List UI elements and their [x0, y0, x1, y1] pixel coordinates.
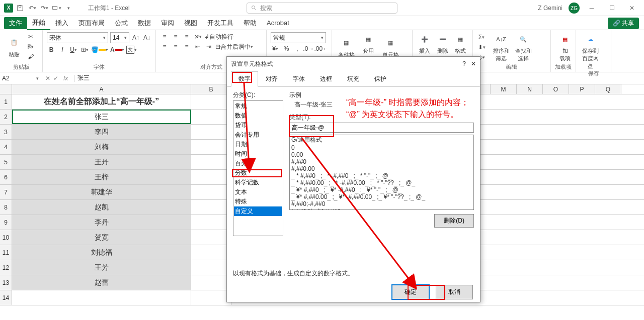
undo-icon[interactable]: ↶▾ [27, 3, 37, 13]
name-cell-7[interactable]: 韩建华 [12, 185, 191, 199]
type-item-4[interactable]: #,##0.00 [290, 165, 473, 172]
category-item-7[interactable]: 分数 [234, 168, 282, 178]
row-header-2[interactable]: 2 [0, 110, 12, 124]
user-avatar[interactable]: ZG [569, 3, 580, 14]
name-cell-10[interactable]: 贺宽 [12, 230, 191, 245]
shrink-font-icon[interactable]: A↓ [142, 33, 151, 42]
col-header-B[interactable]: B [191, 84, 231, 94]
tab-help[interactable]: 帮助 [238, 17, 262, 30]
type-item-8[interactable]: _ ¥* #,##0.00_ ;_ ¥* -#,##0.00_ ;_ ¥* "-… [290, 193, 473, 200]
close-button[interactable]: ✕ [624, 2, 640, 14]
row-header-6[interactable]: 6 [0, 170, 12, 184]
type-item-0[interactable]: G/通用格式 [290, 136, 473, 144]
dialog-tab-number[interactable]: 数字 [231, 71, 258, 87]
name-cell-2[interactable]: 张三 [12, 110, 191, 124]
row-header-10[interactable]: 10 [0, 230, 12, 245]
row-header-12[interactable]: 12 [0, 260, 12, 275]
font-name-combo[interactable]: 宋体▾ [47, 32, 108, 43]
bold-icon[interactable]: B [47, 45, 56, 54]
tab-insert[interactable]: 插入 [50, 17, 73, 30]
tab-view[interactable]: 视图 [179, 17, 202, 30]
category-item-5[interactable]: 时间 [234, 149, 282, 159]
qat-customize-icon[interactable]: ▾ [63, 3, 73, 13]
tab-data[interactable]: 数据 [133, 17, 156, 30]
type-item-3[interactable]: #,##0 [290, 158, 473, 165]
maximize-button[interactable]: ☐ [604, 2, 620, 14]
redo-icon[interactable]: ↷▾ [39, 3, 49, 13]
type-list[interactable]: G/通用格式00.00#,##0#,##0.00_ * #,##0_ ;_ * … [289, 135, 474, 210]
cell-b10[interactable] [191, 230, 231, 245]
underline-icon[interactable]: U▾ [69, 45, 78, 54]
dialog-close-icon[interactable]: ✕ [471, 60, 476, 67]
align-top-icon[interactable]: ≡ [160, 32, 169, 41]
dialog-help-icon[interactable]: ? [462, 60, 466, 67]
name-cell-9[interactable]: 李丹 [12, 215, 191, 230]
cell-b6[interactable] [191, 170, 231, 184]
cancel-button[interactable]: 取消 [436, 285, 473, 299]
category-item-0[interactable]: 常规 [234, 101, 282, 111]
name-cell-12[interactable]: 王芳 [12, 260, 191, 275]
dialog-tab-font[interactable]: 字体 [285, 71, 312, 87]
name-cell-13[interactable]: 赵蕾 [12, 275, 191, 290]
dialog-tab-protect[interactable]: 保护 [367, 71, 394, 87]
cancel-edit-icon[interactable]: ✕ [45, 75, 50, 82]
tab-formula[interactable]: 公式 [110, 17, 133, 30]
border-icon[interactable]: ⊞▾ [80, 45, 89, 54]
category-item-10[interactable]: 特殊 [234, 197, 282, 206]
grow-font-icon[interactable]: A↑ [131, 33, 140, 42]
merge-button[interactable]: ⊟ 合并后居中▾ [215, 42, 253, 51]
delete-cell-button[interactable]: ➖删除 [435, 32, 451, 55]
fill-color-icon[interactable]: 🪣▾ [91, 45, 108, 54]
name-cell-8[interactable]: 赵凯 [12, 200, 191, 215]
autosum-icon[interactable]: Σ▾ [477, 33, 486, 42]
italic-icon[interactable]: I [58, 45, 67, 54]
cell-b14[interactable] [191, 290, 231, 305]
col-header-N[interactable]: N [517, 84, 543, 94]
search-box[interactable]: 搜索 [247, 3, 397, 14]
cell-b12[interactable] [191, 260, 231, 275]
cell-b1[interactable] [191, 94, 231, 109]
type-item-1[interactable]: 0 [290, 144, 473, 151]
indent-inc-icon[interactable]: ⇥ [204, 42, 213, 51]
fx-icon[interactable]: fx [61, 75, 70, 82]
name-cell-3[interactable]: 李四 [12, 125, 191, 139]
col-header-M[interactable]: M [491, 84, 517, 94]
align-center-icon[interactable]: ≡ [171, 42, 180, 51]
orientation-icon[interactable]: ⤯▾ [193, 32, 202, 41]
name-cell-6[interactable]: 王梓 [12, 170, 191, 184]
ok-button[interactable]: 确定 [391, 284, 430, 300]
share-button[interactable]: 🔗 共享 [608, 18, 639, 29]
cell-a14[interactable] [12, 290, 191, 305]
dialog-tab-align[interactable]: 对齐 [258, 71, 285, 87]
row-header-5[interactable]: 5 [0, 155, 12, 169]
col-header-O[interactable]: O [543, 84, 569, 94]
category-list[interactable]: 常规数值货币会计专用日期时间百分比分数科学记数文本特殊自定义 [233, 100, 283, 236]
tab-review[interactable]: 审阅 [156, 17, 179, 30]
comma-icon[interactable]: , [293, 44, 302, 53]
cell-b3[interactable] [191, 125, 231, 139]
cell-b5[interactable] [191, 155, 231, 169]
sheet-title-cell[interactable]: 在姓名前全部添加上“高一年级-” [12, 94, 191, 109]
cell-b9[interactable] [191, 215, 231, 230]
paste-button[interactable]: 📋 粘贴 [4, 36, 24, 58]
enter-edit-icon[interactable]: ✓ [53, 75, 58, 82]
save-icon[interactable] [15, 3, 25, 13]
cell-b2[interactable] [191, 110, 231, 124]
currency-icon[interactable]: ¥▾ [271, 44, 280, 53]
type-input[interactable] [289, 123, 474, 133]
type-item-10[interactable]: #,##0;[红色]-#,##0 [290, 207, 473, 210]
wrap-text-button[interactable]: ↲ 自动换行 [204, 32, 233, 41]
cell-b13[interactable] [191, 275, 231, 290]
qat-more-icon[interactable]: ▾ [51, 3, 61, 13]
align-right-icon[interactable]: ≡ [182, 42, 191, 51]
align-mid-icon[interactable]: ≡ [171, 32, 180, 41]
phonetic-icon[interactable]: 文▾ [126, 45, 137, 54]
row-header-11[interactable]: 11 [0, 245, 12, 260]
copy-icon[interactable]: ⎘▾ [26, 42, 35, 51]
tab-dev[interactable]: 开发工具 [202, 17, 238, 30]
row-header-13[interactable]: 13 [0, 275, 12, 290]
fill-icon[interactable]: ⬇▾ [477, 43, 486, 52]
align-bot-icon[interactable]: ≡ [182, 32, 191, 41]
format-painter-icon[interactable]: 🖌 [26, 52, 35, 61]
format-cell-button[interactable]: ▦格式 [452, 32, 468, 55]
